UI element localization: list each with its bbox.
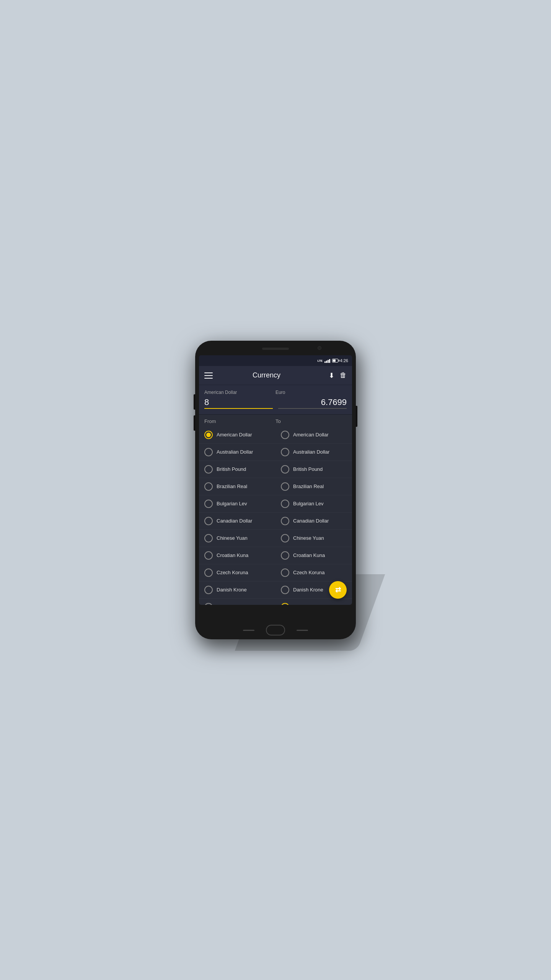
to-currency-name: British Pound bbox=[293, 466, 323, 472]
from-radio-button[interactable] bbox=[204, 517, 213, 525]
to-radio-button[interactable] bbox=[281, 603, 289, 605]
phone-screen: LTE 4:26 bbox=[199, 355, 352, 605]
phone-body: LTE 4:26 bbox=[195, 341, 356, 639]
from-radio-button[interactable] bbox=[204, 603, 213, 605]
to-currency-item[interactable]: Bulgarian Lev bbox=[276, 495, 352, 513]
from-currency-item[interactable]: British Pound bbox=[199, 461, 276, 478]
to-radio-button[interactable] bbox=[281, 534, 289, 542]
from-currency-item[interactable]: Canadian Dollar bbox=[199, 513, 276, 530]
phone-speaker bbox=[262, 348, 289, 350]
to-currency-label: Euro bbox=[276, 390, 347, 395]
home-dash-right bbox=[297, 630, 308, 631]
from-radio-button[interactable] bbox=[204, 482, 213, 491]
currency-list-container: American DollarAustralian DollarBritish … bbox=[199, 426, 352, 605]
to-currency-item[interactable]: British Pound bbox=[276, 461, 352, 478]
to-radio-button[interactable] bbox=[281, 551, 289, 560]
from-currency-label: American Dollar bbox=[204, 390, 276, 395]
to-amount-value: 6.7699 bbox=[278, 397, 347, 408]
to-currency-name: Euro bbox=[293, 604, 303, 605]
from-currency-item[interactable]: Czech Koruna bbox=[199, 564, 276, 581]
from-currency-item[interactable]: American Dollar bbox=[199, 426, 276, 444]
to-currency-name: Danish Krone bbox=[293, 587, 323, 593]
to-currency-col: American DollarAustralian DollarBritish … bbox=[276, 426, 352, 605]
status-icons: LTE 4:26 bbox=[318, 358, 348, 363]
from-currency-item[interactable]: Brazilian Real bbox=[199, 478, 276, 495]
to-input-wrapper: 6.7699 bbox=[278, 397, 347, 409]
app-bar: Currency ⬇ 🗑 bbox=[199, 366, 352, 385]
to-currency-name: Chinese Yuan bbox=[293, 535, 324, 541]
to-currency-name: American Dollar bbox=[293, 432, 328, 438]
to-currency-item[interactable]: Czech Koruna bbox=[276, 564, 352, 581]
to-radio-button[interactable] bbox=[281, 465, 289, 474]
from-currency-item[interactable]: Chinese Yuan bbox=[199, 530, 276, 547]
screen-content: Currency ⬇ 🗑 American Dollar Euro bbox=[199, 366, 352, 605]
to-currency-name: Croatian Kuna bbox=[293, 552, 325, 559]
from-currency-name: Chinese Yuan bbox=[217, 535, 248, 541]
phone-wrapper: LTE 4:26 bbox=[195, 341, 356, 639]
clock: 4:26 bbox=[340, 358, 348, 363]
power-button[interactable] bbox=[356, 406, 357, 427]
delete-button[interactable]: 🗑 bbox=[340, 371, 347, 379]
currency-list-inner: American DollarAustralian DollarBritish … bbox=[199, 426, 352, 605]
lte-indicator: LTE bbox=[318, 359, 323, 363]
to-currency-item[interactable]: Chinese Yuan bbox=[276, 530, 352, 547]
signal-icon bbox=[324, 358, 330, 363]
phone-home-area bbox=[243, 625, 308, 635]
download-button[interactable]: ⬇ bbox=[329, 371, 334, 380]
from-currency-item[interactable]: Danish Krone bbox=[199, 581, 276, 599]
converter-inputs: 6.7699 bbox=[204, 397, 347, 409]
to-currency-item[interactable]: Brazilian Real bbox=[276, 478, 352, 495]
from-currency-item[interactable]: Croatian Kuna bbox=[199, 547, 276, 564]
from-radio-button[interactable] bbox=[204, 500, 213, 508]
from-input-wrapper bbox=[204, 397, 273, 409]
to-currency-item[interactable]: American Dollar bbox=[276, 426, 352, 444]
to-currency-item[interactable]: Canadian Dollar bbox=[276, 513, 352, 530]
home-dash-left bbox=[243, 630, 254, 631]
swap-fab-button[interactable]: ⇄ bbox=[329, 581, 347, 599]
to-currency-name: Bulgarian Lev bbox=[293, 501, 324, 507]
from-radio-button[interactable] bbox=[204, 534, 213, 542]
converter-labels: American Dollar Euro bbox=[204, 390, 347, 397]
to-currency-item[interactable]: Australian Dollar bbox=[276, 444, 352, 461]
status-bar: LTE 4:26 bbox=[199, 355, 352, 366]
from-currency-name: Bulgarian Lev bbox=[217, 501, 247, 507]
volume-up-button[interactable] bbox=[194, 394, 195, 410]
from-radio-button[interactable] bbox=[204, 551, 213, 560]
to-currency-name: Canadian Dollar bbox=[293, 518, 329, 524]
from-currency-item[interactable]: Bulgarian Lev bbox=[199, 495, 276, 513]
to-header: To bbox=[276, 418, 347, 424]
from-currency-name: Danish Krone bbox=[217, 587, 247, 593]
to-radio-button[interactable] bbox=[281, 586, 289, 594]
to-radio-button[interactable] bbox=[281, 517, 289, 525]
from-currency-name: American Dollar bbox=[217, 432, 252, 438]
battery-icon bbox=[332, 359, 338, 363]
from-radio-button[interactable] bbox=[204, 431, 213, 439]
from-radio-button[interactable] bbox=[204, 568, 213, 577]
app-bar-actions: ⬇ 🗑 bbox=[329, 371, 347, 380]
to-currency-item[interactable]: Euro bbox=[276, 599, 352, 605]
to-radio-button[interactable] bbox=[281, 431, 289, 439]
from-radio-button[interactable] bbox=[204, 586, 213, 594]
from-currency-name: Euro bbox=[217, 604, 227, 605]
from-currency-col: American DollarAustralian DollarBritish … bbox=[199, 426, 276, 605]
from-radio-button[interactable] bbox=[204, 448, 213, 456]
from-currency-name: Czech Koruna bbox=[217, 570, 248, 576]
from-currency-name: Canadian Dollar bbox=[217, 518, 252, 524]
volume-down-button[interactable] bbox=[194, 415, 195, 431]
to-radio-button[interactable] bbox=[281, 500, 289, 508]
to-currency-item[interactable]: Croatian Kuna bbox=[276, 547, 352, 564]
from-currency-name: Croatian Kuna bbox=[217, 552, 248, 559]
converter-section: American Dollar Euro 6.7699 bbox=[199, 385, 352, 415]
to-currency-name: Australian Dollar bbox=[293, 449, 329, 455]
to-radio-button[interactable] bbox=[281, 482, 289, 491]
to-radio-button[interactable] bbox=[281, 448, 289, 456]
from-currency-item[interactable]: Australian Dollar bbox=[199, 444, 276, 461]
from-currency-item[interactable]: Euro bbox=[199, 599, 276, 605]
from-radio-button[interactable] bbox=[204, 465, 213, 474]
from-header: From bbox=[204, 418, 276, 424]
home-button[interactable] bbox=[266, 625, 285, 635]
to-radio-button[interactable] bbox=[281, 568, 289, 577]
swap-icon: ⇄ bbox=[335, 586, 341, 594]
to-currency-name: Brazilian Real bbox=[293, 483, 324, 490]
from-amount-input[interactable] bbox=[204, 397, 273, 408]
